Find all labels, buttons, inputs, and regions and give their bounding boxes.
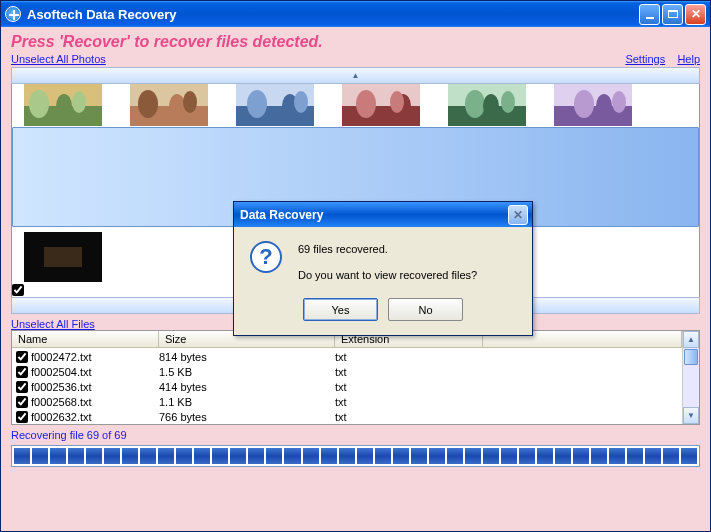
- no-button[interactable]: No: [388, 298, 463, 321]
- file-name: f0002504.txt: [31, 366, 92, 378]
- svg-point-27: [574, 90, 594, 118]
- col-name[interactable]: Name: [12, 331, 159, 347]
- file-size: 414 bytes: [159, 381, 335, 393]
- file-size: 1.1 KB: [159, 396, 335, 408]
- file-name: f0002632.txt: [31, 411, 92, 423]
- photo-checkbox[interactable]: [12, 284, 24, 296]
- svg-point-29: [612, 91, 626, 113]
- table-row[interactable]: f0002568.txt1.1 KBtxt: [12, 394, 699, 409]
- question-icon: ?: [250, 241, 282, 273]
- file-name: f0002536.txt: [31, 381, 92, 393]
- svg-rect-61: [44, 247, 82, 267]
- file-ext: txt: [335, 366, 483, 378]
- svg-point-17: [356, 90, 376, 118]
- titlebar: Asoftech Data Recovery ✕: [1, 1, 710, 27]
- dialog-title: Data Recovery: [238, 208, 508, 222]
- close-button[interactable]: ✕: [685, 4, 706, 25]
- file-checkbox[interactable]: [16, 381, 28, 393]
- file-ext: txt: [335, 351, 483, 363]
- yes-button[interactable]: Yes: [303, 298, 378, 321]
- svg-point-2: [29, 90, 49, 118]
- svg-point-24: [501, 91, 515, 113]
- table-row[interactable]: f0002632.txt766 bytestxt: [12, 409, 699, 424]
- dialog-line2: Do you want to view recovered files?: [298, 267, 477, 285]
- photo-item[interactable]: [24, 232, 102, 282]
- file-checkbox[interactable]: [16, 411, 28, 423]
- svg-point-9: [183, 91, 197, 113]
- unselect-all-files-link[interactable]: Unselect All Files: [11, 318, 95, 330]
- dialog-line1: 69 files recovered.: [298, 241, 477, 259]
- table-row[interactable]: f0002536.txt414 bytestxt: [12, 379, 699, 394]
- svg-point-22: [465, 90, 485, 118]
- file-scrollbar[interactable]: ▲ ▼: [682, 331, 699, 424]
- table-row[interactable]: f0002472.txt814 bytestxt: [12, 349, 699, 364]
- file-name: f0002568.txt: [31, 396, 92, 408]
- dialog-close-button[interactable]: ✕: [508, 205, 528, 225]
- maximize-button[interactable]: [662, 4, 683, 25]
- file-size: 766 bytes: [159, 411, 335, 423]
- svg-point-8: [169, 94, 185, 118]
- minimize-button[interactable]: [639, 4, 660, 25]
- table-row[interactable]: f0002504.txt1.5 KBtxt: [12, 364, 699, 379]
- main-window: Asoftech Data Recovery ✕ Press 'Recover'…: [0, 0, 711, 532]
- svg-point-12: [247, 90, 267, 118]
- file-ext: txt: [335, 411, 483, 423]
- svg-point-28: [596, 94, 612, 118]
- file-table: Name Size Extension f0002472.txt814 byte…: [11, 330, 700, 425]
- instruction-text: Press 'Recover' to recover files detecte…: [11, 33, 700, 51]
- svg-point-4: [72, 91, 86, 113]
- file-checkbox[interactable]: [16, 396, 28, 408]
- svg-point-7: [138, 90, 158, 118]
- svg-point-3: [56, 94, 72, 118]
- app-icon: [5, 6, 21, 22]
- window-title: Asoftech Data Recovery: [27, 7, 639, 22]
- file-name: f0002472.txt: [31, 351, 92, 363]
- progress-bar: [11, 445, 700, 467]
- svg-point-23: [483, 94, 499, 118]
- svg-point-19: [390, 91, 404, 113]
- help-link[interactable]: Help: [677, 53, 700, 65]
- file-size: 1.5 KB: [159, 366, 335, 378]
- file-size: 814 bytes: [159, 351, 335, 363]
- svg-point-14: [294, 91, 308, 113]
- file-checkbox[interactable]: [16, 351, 28, 363]
- status-text: Recovering file 69 of 69: [11, 429, 700, 441]
- file-ext: txt: [335, 396, 483, 408]
- settings-link[interactable]: Settings: [625, 53, 665, 65]
- file-checkbox[interactable]: [16, 366, 28, 378]
- recovery-dialog: Data Recovery ✕ ? 69 files recovered. Do…: [233, 201, 533, 336]
- file-ext: txt: [335, 381, 483, 393]
- unselect-all-photos-link[interactable]: Unselect All Photos: [11, 53, 106, 65]
